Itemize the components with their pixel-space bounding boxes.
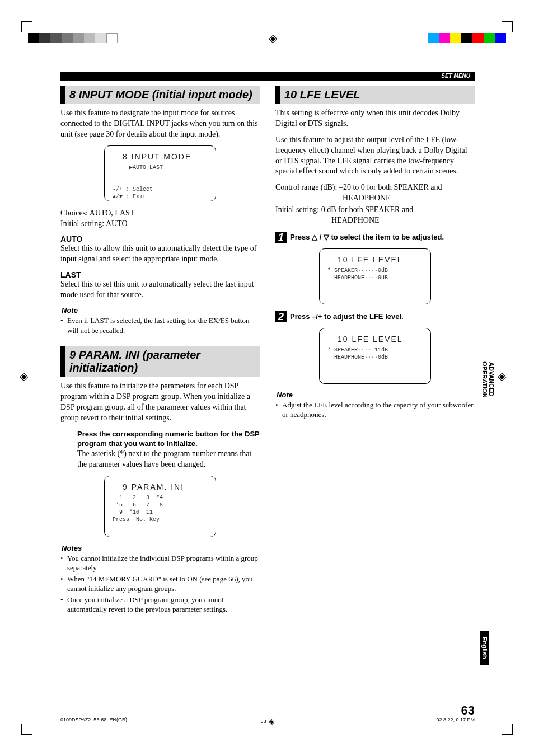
section-9-title: 9 PARAM. INI (parameter initialization) [60,346,260,377]
lcd-input-mode: 8 INPUT MODE ▶AUTO LAST -/+ : Select ▲/▼… [104,145,216,201]
registration-mark-icon: ◈ [269,31,277,45]
step-body: The asterisk (*) next to the program num… [77,449,260,470]
last-heading: LAST [60,270,260,279]
lcd-title: 10 LFE LEVEL [327,255,423,265]
lcd-lfe-2: 10 LFE LEVEL * SPEAKER····-11dB HEADPHON… [319,328,431,384]
lcd-body: * SPEAKER····-11dB HEADPHONE····0dB [327,346,423,361]
page-number: 63 [461,703,475,718]
lcd-title: 10 LFE LEVEL [327,334,423,344]
control-range: Control range (dB): –20 to 0 for both SP… [275,182,475,193]
registration-mark-footer-icon: ◈ [269,717,275,726]
section-8-intro: Use this feature to designate the input … [60,108,260,140]
right-column: 10 LFE LEVEL This setting is effective o… [275,86,475,616]
initial-setting: Initial setting: 0 dB for both SPEAKER a… [275,205,475,215]
p2: Use this feature to adjust the output le… [275,135,475,177]
lcd-body: * SPEAKER······0dB HEADPHONE····0dB [327,267,423,281]
crop-marks: ◈ [28,31,506,45]
lcd-lfe-1: 10 LFE LEVEL * SPEAKER······0dB HEADPHON… [319,248,431,304]
step-1: 1 Press △ / ▽ to select the item to be a… [275,232,475,243]
step-1-text: Press △ / ▽ to select the item to be adj… [290,232,444,242]
registration-mark-left-icon: ◈ [20,369,28,383]
note-heading: Note [62,306,260,314]
last-body: Select this to set this unit to automati… [60,279,260,300]
tab-advanced-operation: ADVANCED OPERATION [480,349,496,410]
footer-left: 0109DSPAZ2_55-68_EN(GB) [60,717,127,722]
step-number-icon: 2 [275,311,287,322]
section-9-intro: Use this feature to initialize the param… [60,381,260,424]
lcd-title: 8 INPUT MODE [113,152,208,162]
p1: This setting is effective only when this… [275,108,475,129]
notes-heading: Notes [62,544,260,552]
note-item: Adjust the LFE level according to the ca… [275,400,475,420]
note-item: Even if LAST is selected, the last setti… [60,316,260,335]
lcd-param-ini: 9 PARAM. INI 1 2 3 *4 *5 6 7 8 9 *10 11 … [104,476,216,537]
lcd-title: 9 PARAM. INI [113,482,208,492]
footer: 0109DSPAZ2_55-68_EN(GB) 63 ◈ 02.8.22, 0:… [60,717,475,722]
page-content: SET MENU 8 INPUT MODE (initial input mod… [60,72,475,718]
note-item: When "14 MEMORY GUARD" is set to ON (see… [60,574,260,594]
auto-body: Select this to allow this unit to automa… [60,243,260,265]
cmyk-swatches [428,33,506,43]
footer-page: 63 [260,719,266,724]
note-item: Once you initialize a DSP program group,… [60,595,260,614]
footer-right: 02.8.22, 0:17 PM [436,717,475,722]
lcd-body: ▶AUTO LAST -/+ : Select ▲/▼ : Exit [113,164,208,200]
tab-english: English [480,631,489,665]
gray-swatches [28,33,118,43]
initial-line: Initial setting: AUTO [60,219,260,229]
section-8-title: 8 INPUT MODE (initial input mode) [60,86,260,104]
note-heading: Note [277,391,475,399]
section-10-title: 10 LFE LEVEL [275,86,475,104]
left-column: 8 INPUT MODE (initial input mode) Use th… [60,86,260,616]
initial-setting-val: HEADPHONE [331,215,475,226]
step-2-text: Press –/+ to adjust the LFE level. [290,311,404,322]
section-header-bar: SET MENU [60,72,475,81]
side-tabs: ADVANCED OPERATION English [480,349,503,665]
lcd-body: 1 2 3 *4 *5 6 7 8 9 *10 11 Press No. Key [113,494,208,523]
note-item: You cannot initialize the individual DSP… [60,553,260,573]
control-range-val: HEADPHONE [343,193,475,204]
auto-heading: AUTO [60,234,260,243]
step-2: 2 Press –/+ to adjust the LFE level. [275,311,475,322]
step-number-icon: 1 [275,232,287,243]
choices-line: Choices: AUTO, LAST [60,208,260,219]
step-bold: Press the corresponding numeric button f… [77,429,260,449]
